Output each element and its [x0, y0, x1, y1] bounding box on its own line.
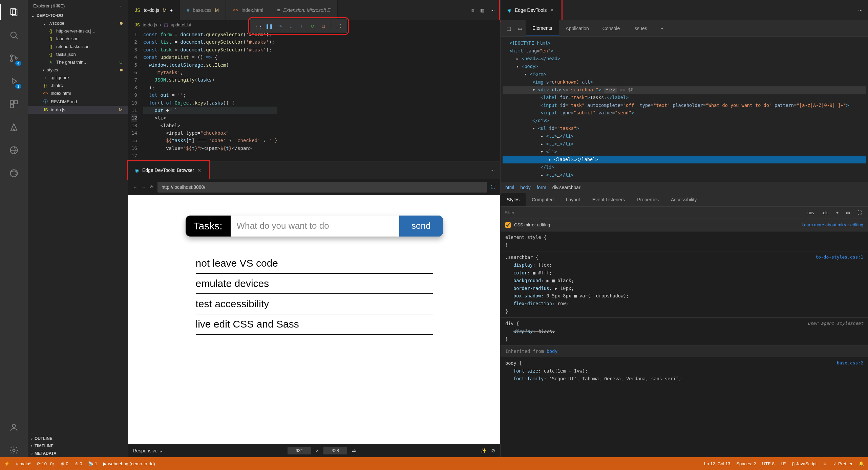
explorer-icon[interactable]	[7, 5, 21, 19]
tree-item[interactable]: ★The great thin…U	[28, 58, 128, 66]
browser-viewport[interactable]: Tasks: send not leave VS codeemulate dev…	[128, 195, 500, 444]
pause-icon[interactable]: ❚❚	[264, 21, 274, 31]
language-mode[interactable]: {} JavaScript	[792, 461, 817, 466]
inspect-icon[interactable]: ⬚	[503, 20, 514, 36]
remote-icon[interactable]	[7, 143, 21, 157]
editor-tab[interactable]: #base.cssM	[180, 0, 226, 20]
source-control-icon[interactable]: 4	[7, 51, 21, 65]
eol[interactable]: LF	[781, 461, 786, 466]
task-input[interactable]	[231, 216, 400, 237]
forward-icon[interactable]: →	[141, 184, 146, 189]
task-item[interactable]: emulate devices	[196, 274, 433, 294]
tree-item[interactable]: ◦.gitignore	[28, 74, 128, 82]
close-icon[interactable]: ✕	[197, 167, 202, 173]
step-into-icon[interactable]: ↓	[286, 21, 296, 31]
editor-tab[interactable]: JSto-do.jsM●	[128, 0, 180, 20]
mirror-checkbox[interactable]	[505, 222, 511, 228]
settings-icon[interactable]	[7, 444, 21, 457]
errors[interactable]: ⊗ 0	[61, 461, 68, 466]
stop-icon[interactable]: □	[319, 21, 328, 31]
editor-tab[interactable]: <>index.html	[226, 0, 270, 20]
reload-icon[interactable]: ⟳	[150, 184, 153, 189]
devtools-icon[interactable]: ⛶	[491, 184, 495, 189]
crumb[interactable]: form	[537, 185, 546, 190]
tree-item[interactable]: <>index.html	[28, 89, 128, 97]
compare-icon[interactable]: ⧈	[471, 7, 474, 13]
width-input[interactable]	[288, 447, 311, 454]
extensions-icon[interactable]	[7, 97, 21, 111]
port[interactable]: 📡 1	[88, 461, 97, 466]
height-input[interactable]	[323, 447, 347, 454]
hov-toggle[interactable]: :hov	[804, 209, 817, 216]
styles-pane[interactable]: element.style {}to-do-styles.css:1.searc…	[501, 231, 868, 457]
mirror-learn-link[interactable]: Learn more about mirror editing	[802, 222, 863, 227]
tree-item[interactable]: JSto-do.jsM	[28, 106, 128, 114]
task-item[interactable]: test accessibility	[196, 294, 433, 314]
styles-tab-properties[interactable]: Properties	[631, 193, 665, 206]
dom-breadcrumb[interactable]: htmlbodyformdiv.searchbar	[501, 182, 868, 193]
step-out-icon[interactable]: ↑	[297, 21, 306, 31]
source-link[interactable]: base.css:2	[837, 360, 863, 365]
edge-icon[interactable]	[7, 166, 21, 180]
rotate-icon[interactable]: ⇄	[352, 448, 356, 453]
breadcrumb[interactable]: JSto-do.js›⬚updateList ⋮⋮ ❚❚ ↷ ↓ ↑ ↺ □ ⛶	[128, 20, 500, 29]
folder-vscode[interactable]: ⌄ .vscode	[28, 19, 128, 27]
back-icon[interactable]: ←	[133, 184, 137, 189]
tree-item[interactable]: {}http-server-tasks.j…	[28, 27, 128, 35]
source-link[interactable]: to-do-styles.css:1	[816, 254, 863, 260]
settings-icon[interactable]: ⚙	[491, 448, 495, 453]
debug-icon[interactable]: 1	[7, 74, 21, 88]
task-item[interactable]: live edit CSS and Sass	[196, 314, 433, 335]
styles-tab-event-listeners[interactable]: Event Listeners	[586, 193, 631, 206]
encoding[interactable]: UTF-8	[762, 461, 775, 466]
account-icon[interactable]	[7, 421, 21, 434]
feedback-icon[interactable]: ☺	[823, 461, 827, 466]
url-input[interactable]	[157, 182, 487, 193]
styles-tab-styles[interactable]: Styles	[501, 193, 526, 206]
editor-tab[interactable]: ≡Extension: Microsoft E	[270, 0, 337, 20]
more-icon[interactable]: ⋯	[490, 8, 495, 13]
git-branch[interactable]: ᚼ main*	[16, 461, 31, 466]
styles-tab-computed[interactable]: Computed	[526, 193, 560, 206]
more-icon[interactable]: ⋯	[490, 167, 495, 173]
prettier[interactable]: ✓ Prettier	[833, 461, 852, 466]
crumb[interactable]: body	[520, 185, 530, 190]
send-button[interactable]: send	[399, 216, 443, 237]
tree-item[interactable]: {}.hintrc	[28, 82, 128, 89]
more-icon[interactable]: ⛶	[855, 209, 864, 216]
drag-icon[interactable]: ⋮⋮	[254, 21, 263, 31]
notifications-icon[interactable]: 🔔	[859, 461, 864, 466]
azure-icon[interactable]	[7, 120, 21, 134]
cursor-position[interactable]: Ln 12, Col 13	[704, 461, 730, 466]
styles-tab-accessibility[interactable]: Accessibility	[665, 193, 703, 206]
folder-root[interactable]: ⌄DEMO-TO-DO	[28, 12, 128, 19]
step-over-icon[interactable]: ↷	[275, 21, 285, 31]
magic-icon[interactable]: ✨	[481, 448, 486, 453]
dom-tree[interactable]: <!DOCTYPE html> <html lang="en"> ▸ <head…	[501, 37, 868, 182]
device-icon[interactable]: ▭	[514, 20, 526, 36]
computed-icon[interactable]: ▭	[844, 209, 852, 216]
more-icon[interactable]: ⋯	[858, 8, 863, 13]
css-rule[interactable]: user agent stylesheetdiv {display: block…	[501, 318, 868, 345]
outline-section[interactable]: ›OUTLINE	[28, 435, 128, 442]
styles-tab-layout[interactable]: Layout	[560, 193, 586, 206]
code-editor[interactable]: 1234567891011121314151617 const form = d…	[128, 29, 500, 161]
timeline-section[interactable]: ›TIMELINE	[28, 442, 128, 450]
git-sync[interactable]: ⟳ 10↓ 0↑	[37, 461, 55, 466]
close-icon[interactable]: ✕	[550, 7, 554, 13]
metadata-section[interactable]: ›METADATA	[28, 450, 128, 457]
crumb[interactable]: div.searchbar	[552, 185, 580, 190]
devtools-tab-application[interactable]: Application	[559, 20, 596, 36]
screencast-icon[interactable]: ⛶	[334, 21, 343, 31]
tree-item[interactable]: {}reload-tasks.json	[28, 43, 128, 50]
task-item[interactable]: not leave VS code	[196, 253, 433, 274]
cls-toggle[interactable]: .cls	[820, 209, 831, 216]
css-rule[interactable]: base.css:2body {font-size: calc(1em + 1v…	[501, 357, 868, 385]
tab-edge-browser[interactable]: ◉ Edge DevTools: Browser ✕	[128, 161, 209, 179]
tab-edge-devtools[interactable]: ◉ Edge DevTools ✕	[501, 0, 561, 20]
devtools-tab-issues[interactable]: Issues	[627, 20, 654, 36]
indent[interactable]: Spaces: 2	[736, 461, 756, 466]
add-tab-icon[interactable]: +	[654, 20, 670, 36]
css-rule[interactable]: element.style {}	[501, 231, 868, 251]
warnings[interactable]: ⚠ 0	[75, 461, 82, 466]
